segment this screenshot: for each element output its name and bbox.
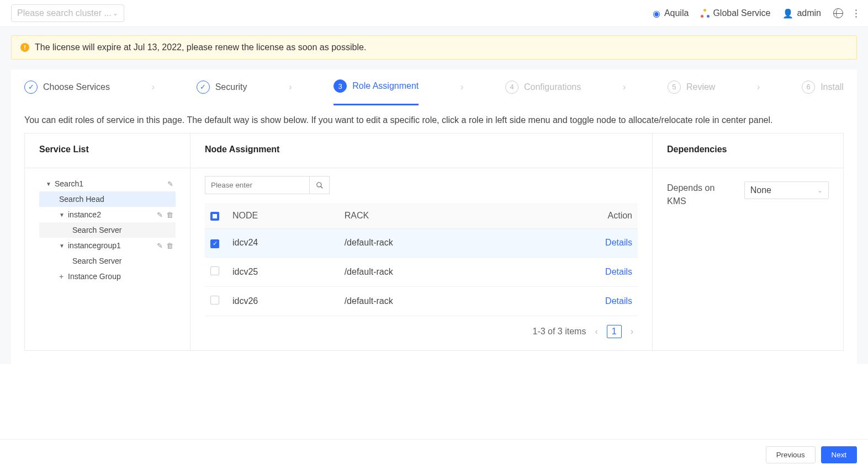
cell-rack: /default-rack: [339, 257, 522, 286]
tree-label: Instance Group: [68, 272, 173, 281]
language-button[interactable]: [833, 8, 843, 18]
cell-node: idcv26: [227, 286, 339, 316]
step-number: 3: [334, 79, 347, 93]
col-rack: RACK: [339, 203, 522, 229]
tree-label: Search1: [55, 179, 164, 188]
tree-label: instancegroup1: [68, 241, 154, 250]
globe-icon: [833, 8, 843, 18]
global-service-label: Global Service: [713, 8, 770, 18]
depends-label: Depends on KMS: [667, 181, 735, 208]
step-security[interactable]: ✓ Security: [197, 81, 247, 105]
step-install[interactable]: 6 Install: [802, 81, 844, 105]
edit-icon[interactable]: ✎: [167, 180, 173, 188]
table-row: idcv24 /default-rack Details: [205, 229, 638, 258]
col-node: NODE: [227, 203, 339, 229]
step-number: 6: [802, 81, 815, 94]
chevron-right-icon: ›: [623, 82, 626, 103]
caret-down-icon: ▼: [46, 181, 51, 187]
step-review[interactable]: 5 Review: [668, 81, 715, 105]
delete-icon[interactable]: 🗑: [166, 211, 173, 219]
chevron-down-icon: ⌄: [817, 186, 823, 194]
node-table: NODE RACK Action idcv24 /default-rack De…: [205, 203, 638, 316]
global-service-link[interactable]: Global Service: [701, 8, 770, 18]
details-link[interactable]: Details: [605, 296, 632, 306]
tree-item-instance2[interactable]: ▼ instance2 ✎ 🗑: [39, 207, 176, 222]
step-label: Role Assignment: [352, 81, 419, 91]
page-next-button[interactable]: ›: [628, 327, 636, 337]
caret-down-icon: ▼: [59, 243, 65, 249]
tree-item-search-server-2[interactable]: Search Server: [39, 253, 176, 269]
node-search-input[interactable]: [205, 176, 310, 194]
warning-icon: !: [20, 43, 29, 52]
delete-icon[interactable]: 🗑: [166, 242, 173, 250]
node-assignment-title: Node Assignment: [205, 145, 638, 154]
license-alert: ! The license will expire at Jul 13, 202…: [11, 35, 857, 60]
step-number: 4: [505, 81, 518, 94]
edit-icon[interactable]: ✎: [157, 242, 163, 250]
row-checkbox[interactable]: [210, 266, 219, 275]
tree-label: Search Server: [72, 226, 173, 234]
tree-item-search-server-1[interactable]: Search Server: [39, 222, 176, 238]
tree-label: instance2: [68, 210, 154, 219]
user-icon: 👤: [782, 8, 793, 19]
alert-text: The license will expire at Jul 13, 2022,…: [35, 42, 366, 52]
search-icon: [316, 181, 324, 189]
step-label: Configurations: [524, 82, 581, 92]
row-checkbox[interactable]: [210, 239, 219, 248]
tree-item-search-head[interactable]: Search Head: [39, 191, 176, 207]
aquila-link[interactable]: ◉ Aquila: [652, 8, 689, 18]
step-label: Choose Services: [43, 82, 110, 92]
tree-label: Search Server: [72, 257, 173, 265]
chevron-right-icon: ›: [152, 82, 155, 103]
step-label: Review: [686, 82, 715, 92]
check-icon: ✓: [197, 81, 210, 94]
step-role-assignment[interactable]: 3 Role Assignment: [334, 79, 419, 105]
step-label: Install: [821, 82, 844, 92]
aquila-icon: ◉: [652, 9, 661, 18]
service-list-title: Service List: [39, 145, 176, 154]
table-row: idcv25 /default-rack Details: [205, 257, 638, 286]
cell-rack: /default-rack: [339, 286, 522, 316]
details-link[interactable]: Details: [605, 238, 632, 247]
step-number: 5: [668, 81, 681, 94]
table-row: idcv26 /default-rack Details: [205, 286, 638, 316]
page-intro: You can edit roles of service in this pa…: [24, 115, 844, 125]
plus-icon: +: [59, 272, 65, 281]
tree-item-add-instance-group[interactable]: + Instance Group: [39, 269, 176, 284]
depends-value: None: [750, 185, 771, 195]
page-prev-button[interactable]: ‹: [592, 327, 600, 337]
select-all-checkbox[interactable]: [210, 212, 219, 221]
cell-node: idcv24: [227, 229, 339, 258]
search-button[interactable]: [310, 176, 330, 194]
step-choose-services[interactable]: ✓ Choose Services: [24, 81, 110, 105]
dependencies-title: Dependencies: [667, 145, 829, 154]
wizard-steps: ✓ Choose Services › ✓ Security › 3 Role …: [11, 70, 857, 105]
chevron-right-icon: ›: [757, 82, 760, 103]
admin-label: admin: [797, 8, 821, 18]
page-number[interactable]: 1: [607, 325, 622, 338]
svg-point-0: [316, 182, 321, 186]
svg-line-1: [320, 186, 322, 188]
cluster-search-placeholder: Please search cluster ...: [17, 8, 113, 18]
chevron-right-icon: ›: [461, 82, 463, 103]
tree-item-instancegroup1[interactable]: ▼ instancegroup1 ✎ 🗑: [39, 238, 176, 253]
tree-item-search1[interactable]: ▼ Search1 ✎: [39, 176, 176, 191]
cell-node: idcv25: [227, 257, 339, 286]
step-label: Security: [215, 82, 247, 92]
chevron-down-icon: ⌄: [113, 9, 118, 17]
edit-icon[interactable]: ✎: [157, 211, 163, 219]
depends-select[interactable]: None ⌄: [744, 181, 829, 199]
row-checkbox[interactable]: [210, 296, 219, 305]
col-action: Action: [521, 203, 638, 229]
chevron-right-icon: ›: [289, 82, 292, 103]
aquila-label: Aquila: [664, 8, 689, 18]
step-configurations[interactable]: 4 Configurations: [505, 81, 581, 105]
global-service-icon: [701, 9, 710, 18]
details-link[interactable]: Details: [605, 267, 632, 276]
cluster-search-dropdown[interactable]: Please search cluster ... ⌄: [11, 4, 124, 22]
admin-link[interactable]: 👤 admin: [782, 8, 821, 19]
cell-rack: /default-rack: [339, 229, 522, 258]
paging-text: 1-3 of 3 items: [533, 327, 586, 337]
caret-down-icon: ▼: [59, 212, 65, 218]
more-menu-button[interactable]: [855, 9, 857, 18]
